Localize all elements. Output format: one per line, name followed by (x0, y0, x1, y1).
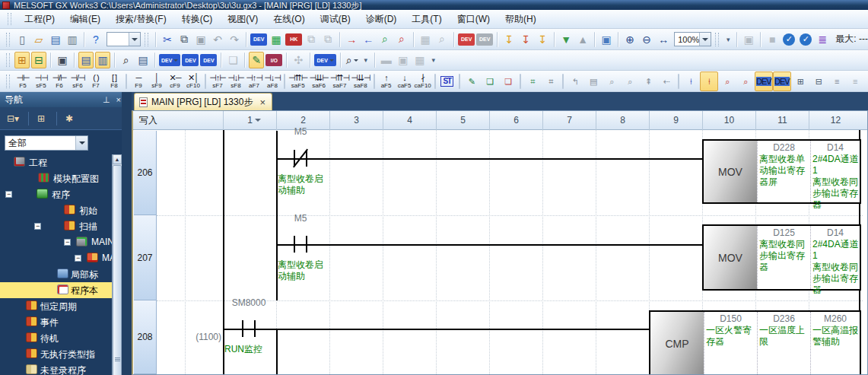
device-write-icon[interactable]: DEV (250, 33, 267, 46)
sep[interactable] (310, 52, 310, 68)
tree-item[interactable]: 程序本 (0, 282, 112, 298)
rising-pulse-icon[interactable]: ⊣↑⊢ sF7 (208, 72, 227, 91)
fit-width-icon[interactable]: ↔ (656, 31, 671, 48)
tree-item[interactable]: 待机 (0, 330, 112, 346)
device-red-icon[interactable]: DEV (458, 33, 475, 46)
copy-icon[interactable]: ⧉ (176, 31, 192, 48)
feed-icon[interactable]: ≣ (815, 31, 830, 48)
io-check-icon[interactable]: I/O (265, 54, 282, 66)
menu-item[interactable]: 搜索/替换(F) (108, 11, 174, 28)
align-left-icon[interactable]: ≡ (828, 72, 846, 91)
rail-edit-icon[interactable]: ⌗ (523, 72, 542, 91)
chevron-down-icon[interactable] (699, 33, 711, 46)
sep[interactable] (339, 32, 340, 47)
device-find-icon[interactable]: DEV (159, 54, 180, 66)
sep[interactable] (497, 32, 498, 47)
find-device-green-icon[interactable]: ⌕ (377, 31, 393, 48)
device-grid-icon[interactable]: DEV (182, 54, 199, 66)
rising-pulse-close-icon[interactable]: ⊣⇈⊢ saF5 (288, 72, 308, 91)
tree-item[interactable]: 初始 (0, 202, 112, 218)
tree-item[interactable]: 未登录程序 (0, 362, 112, 375)
align-right-icon[interactable]: ≡ (846, 72, 864, 91)
horizontal-line-icon[interactable]: ─ F9 (129, 72, 148, 91)
sep[interactable] (340, 52, 341, 68)
device-gray-icon[interactable]: DEV (476, 33, 493, 46)
sep[interactable] (562, 74, 564, 89)
vertical-line-icon[interactable]: │ sF9 (148, 72, 166, 91)
instruction-block[interactable]: MOV D125 离型收卷同 步输出寄存 器 D14 2#4DA通道1 离型收卷… (702, 224, 861, 291)
paste-gray2-icon[interactable]: ⧉ (320, 31, 335, 48)
navigation-scrollbar[interactable]: ▲ (112, 154, 122, 375)
expander-icon[interactable] (64, 239, 71, 246)
navigation-window-icon[interactable]: ⊞ (14, 52, 30, 68)
sep[interactable] (434, 74, 436, 89)
scrollbar-thumb[interactable] (113, 165, 122, 375)
statement-icon[interactable]: ❏ (481, 72, 499, 91)
menu-item[interactable]: 转换(C) (174, 11, 221, 28)
sep[interactable] (74, 52, 75, 68)
delete-horizontal-icon[interactable]: ✕─ cF9 (166, 72, 184, 91)
comment-gray-icon[interactable]: ❏ (225, 52, 240, 68)
jump-read-icon[interactable]: ↧ (518, 31, 533, 48)
element-selection-icon[interactable]: ⊟ (31, 52, 46, 68)
menu-item[interactable]: 工具(T) (404, 11, 449, 28)
clipboard-gray-icon[interactable]: ▣ (741, 31, 756, 48)
device-watch-icon[interactable]: DEV (314, 54, 335, 66)
jump-write-icon[interactable]: ↧ (501, 31, 517, 48)
expander-icon[interactable] (75, 255, 81, 262)
tree-item[interactable]: MAIN (0, 234, 112, 250)
ladder-editor[interactable]: 写入 123456789101112 206 207 208 M5 离型收卷启 … (132, 110, 868, 375)
zoom-out-icon[interactable]: ⊖ (639, 31, 654, 48)
delete-vertical-icon[interactable]: ✕│ cF10 (184, 72, 202, 91)
sep[interactable] (84, 32, 84, 47)
find-device-red-icon[interactable]: ⌕ (394, 31, 409, 48)
menu-item[interactable]: 视图(V) (220, 11, 265, 28)
tree-item[interactable]: 工程 (0, 154, 112, 170)
tree-item[interactable]: MAIN (0, 250, 112, 266)
operand-cell[interactable]: D14 2#4DA通道1 离型收卷同 步输出寄存 器 (810, 141, 860, 202)
tree-item[interactable]: 恒定周期 (0, 298, 112, 314)
sep[interactable] (246, 32, 246, 47)
sep[interactable] (155, 32, 156, 47)
tree-item[interactable]: 事件 (0, 314, 112, 330)
cut-icon[interactable]: ✂ (160, 31, 175, 48)
scroll-up-icon[interactable]: ▲ (113, 154, 122, 164)
help-icon[interactable]: ? (88, 31, 103, 48)
rising-pulse-close-parallel-icon[interactable]: ⊣⇈⊣ saF7 (329, 72, 350, 91)
pulse-result-icon[interactable]: ↓ caF5 (396, 72, 414, 91)
pin-icon[interactable]: ⊥ (103, 95, 110, 105)
paste-icon[interactable]: ▣ (193, 31, 208, 48)
application-instruction-icon[interactable]: [ ] F8 (105, 72, 123, 91)
menu-item[interactable]: 工程(P) (17, 11, 62, 28)
sep[interactable] (413, 32, 414, 47)
menu-item[interactable]: 调试(B) (313, 11, 358, 28)
insert-rung-icon[interactable]: ⊞ (791, 72, 809, 91)
window-gray3-icon[interactable]: ▦ (412, 52, 428, 68)
paste-gray-icon[interactable]: ⧉ (304, 31, 319, 48)
panel-splitter[interactable] (122, 92, 132, 375)
find-red2-icon[interactable]: ⌕ (736, 72, 755, 91)
falling-pulse-close-parallel-icon[interactable]: ⊣⇊⊣ saF8 (350, 72, 370, 91)
operand-cell[interactable]: D14 2#4DA通道1 离型收卷同 步输出寄存 器 (810, 226, 860, 289)
sep[interactable] (374, 52, 375, 68)
operand-cell[interactable]: M260 一区高温报 警辅助 (810, 312, 860, 375)
pc-verify-icon[interactable]: ▣ (599, 31, 614, 48)
sep[interactable] (154, 52, 155, 68)
close-icon[interactable]: × (116, 95, 121, 104)
contact-no[interactable] (294, 236, 295, 253)
sep[interactable] (205, 74, 206, 89)
save-project-icon[interactable]: ▤ (48, 31, 63, 48)
falling-pulse-icon[interactable]: ⊣↓⊢ sF8 (227, 72, 245, 91)
sep[interactable] (244, 52, 245, 68)
open-contact-parallel-icon[interactable]: ⊣⊣ sF5 (32, 72, 50, 91)
read-from-plc-icon[interactable]: ← (361, 31, 376, 48)
sep[interactable] (374, 74, 375, 89)
note-icon[interactable]: ❏ (499, 72, 517, 91)
insert-row-icon[interactable]: ⇞ (639, 72, 657, 91)
device-batch-icon[interactable]: DEV (773, 72, 791, 91)
expander-icon[interactable] (5, 191, 12, 198)
tab-close-icon[interactable]: × (259, 97, 265, 107)
monitor-start-icon[interactable]: ▦ (269, 31, 284, 48)
operand-cell[interactable]: D236 一区温度上 限 (757, 312, 810, 375)
tree-item[interactable]: 模块配置图 (0, 170, 112, 186)
